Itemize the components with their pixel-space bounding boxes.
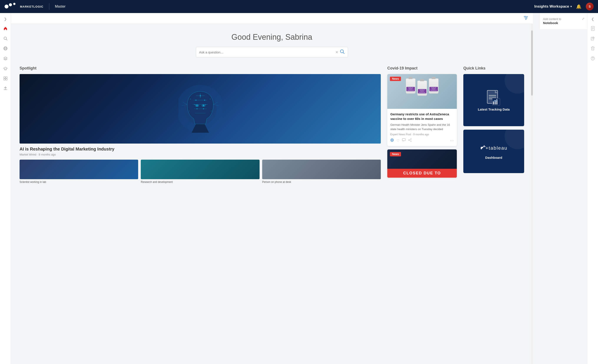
svg-text:+tableau: +tableau	[485, 145, 507, 151]
quicklinks-column: Quick Links	[463, 66, 524, 184]
svg-point-32	[593, 59, 593, 60]
search-input[interactable]	[199, 50, 335, 54]
notebook-expand-button[interactable]: ⤢	[582, 17, 585, 20]
right-sidebar-trash-icon[interactable]	[589, 44, 597, 53]
sidebar-item-grid[interactable]	[1, 74, 10, 83]
right-sidebar-edit-icon[interactable]	[589, 34, 597, 43]
filter-bar	[11, 13, 533, 24]
covid-card-1: News COVID-19 Vaccine AstraZeneca COVID-…	[387, 74, 457, 146]
svg-point-48	[197, 108, 198, 109]
svg-rect-79	[495, 100, 496, 104]
bottle-label-1: COVID-19 Vaccine AstraZeneca	[407, 87, 415, 91]
spotlight-thumbnails: Scientist working in lab Research and de…	[20, 160, 381, 184]
news-badge-1: News	[390, 77, 401, 81]
spotlight-column: Spotlight	[20, 66, 381, 184]
bottle-1: COVID-19 Vaccine AstraZeneca	[406, 78, 415, 94]
user-avatar[interactable]: S	[586, 3, 594, 10]
action-more-icon[interactable]: ⋯	[450, 138, 454, 143]
main-content: Good Evening, Sabrina ✕ Spotlight	[11, 13, 533, 364]
notebook-name: Notebook	[543, 21, 584, 25]
thumbnail-image-3	[262, 160, 381, 179]
svg-point-58	[190, 99, 191, 99]
spotlight-main-image[interactable]	[20, 74, 381, 144]
notebook-panel: Add content to Notebook ⤢	[539, 13, 587, 29]
notebook-add-title: Add content to	[543, 17, 584, 21]
svg-line-34	[343, 52, 344, 54]
svg-point-68	[411, 139, 411, 140]
svg-point-19	[526, 17, 527, 18]
filter-button[interactable]	[523, 15, 529, 22]
sidebar-item-globe[interactable]	[1, 44, 10, 53]
thumbnail-label-2: Research and development	[141, 181, 259, 184]
svg-point-61	[211, 111, 211, 111]
action-like-icon[interactable]: ♡	[396, 139, 399, 143]
thumbnail-card-2[interactable]: Research and development	[141, 160, 259, 184]
thumbnail-card-3[interactable]: Person on phone at desk	[262, 160, 381, 184]
svg-point-45	[204, 100, 205, 100]
svg-point-69	[411, 141, 411, 142]
scroll-track[interactable]	[531, 24, 533, 364]
logo-area: MARKETLOGIC Master	[4, 3, 66, 10]
logo-divider	[49, 3, 49, 10]
action-comment-icon[interactable]	[402, 138, 406, 143]
right-sidebar: ❮	[587, 13, 598, 364]
svg-line-5	[6, 39, 7, 40]
top-navigation: MARKETLOGIC Master Insights Workspace ▾ …	[0, 0, 598, 13]
sidebar-item-home[interactable]	[1, 24, 10, 33]
scroll-thumb[interactable]	[531, 30, 533, 96]
svg-line-72	[409, 140, 411, 141]
sidebar-toggle-button[interactable]: ❯	[2, 15, 8, 23]
sidebar-item-graduation[interactable]	[1, 64, 10, 73]
svg-rect-78	[493, 101, 494, 104]
svg-point-47	[205, 104, 206, 105]
svg-point-59	[210, 99, 210, 99]
thumbnail-label-1: Scientist working in lab	[20, 181, 138, 184]
covid-card-2: News CLOSED DUE TO	[387, 149, 457, 178]
svg-point-3	[13, 3, 16, 5]
svg-point-46	[194, 104, 195, 105]
svg-rect-13	[4, 79, 5, 80]
covid-card-1-image: News COVID-19 Vaccine AstraZeneca COVID-…	[387, 74, 457, 109]
svg-point-60	[189, 111, 190, 111]
svg-rect-84	[483, 146, 485, 147]
top-nav-right: Insights Workspace ▾ 🔔 S	[534, 3, 594, 10]
thumbnail-image-1	[20, 160, 138, 179]
spotlight-title: Spotlight	[20, 66, 381, 71]
svg-rect-82	[481, 147, 483, 148]
right-sidebar-document-icon[interactable]	[589, 24, 597, 33]
search-bar-wrapper: ✕	[20, 47, 524, 57]
svg-point-20	[525, 19, 526, 20]
bottle-label-2: COVID-19 Vaccine AstraZeneca	[418, 89, 426, 93]
search-bar: ✕	[196, 47, 348, 57]
right-sidebar-help-icon[interactable]	[589, 54, 597, 63]
svg-point-70	[408, 140, 409, 141]
notification-button[interactable]: 🔔	[576, 4, 581, 9]
spotlight-article-title: AI is Reshaping the Digital Marketing In…	[20, 147, 381, 152]
covid-section-title: Covid-19 Impact	[387, 66, 457, 71]
covid-card-1-desc: German Health Minister Jens Spahn and th…	[390, 123, 454, 131]
thumbnail-card-1[interactable]: Scientist working in lab	[20, 160, 138, 184]
right-sidebar-close-button[interactable]: ❮	[590, 15, 596, 23]
covid-column: Covid-19 Impact News COVID-19 Vaccine As…	[387, 66, 457, 184]
logo-text: MARKETLOGIC	[20, 5, 43, 8]
svg-rect-11	[4, 77, 5, 78]
action-share-icon[interactable]	[408, 138, 412, 143]
covid-card-1-title: Germany restricts use of AstraZeneca vac…	[390, 112, 454, 121]
search-clear-button[interactable]: ✕	[335, 50, 338, 54]
search-submit-button[interactable]	[340, 49, 345, 55]
product-name: Master	[55, 5, 66, 8]
svg-point-49	[203, 108, 204, 109]
market-logic-logo[interactable]	[4, 3, 17, 10]
quicklink-tracking-card[interactable]: Latest Tracking Data	[463, 74, 524, 126]
spotlight-article-meta: Market Wired · 8 months ago	[20, 153, 381, 156]
quicklink-dashboard-card[interactable]: +tableau Dashboard	[463, 130, 524, 173]
news-badge-2: News	[390, 152, 401, 156]
svg-rect-12	[6, 77, 7, 78]
sidebar-item-layers[interactable]	[1, 54, 10, 63]
svg-point-52	[196, 105, 198, 106]
action-globe-icon[interactable]	[390, 138, 394, 143]
workspace-button[interactable]: Insights Workspace ▾	[534, 4, 572, 9]
sidebar-item-search[interactable]	[1, 34, 10, 43]
sidebar-item-upload[interactable]	[1, 84, 10, 93]
tracking-doc-icon	[486, 89, 501, 108]
